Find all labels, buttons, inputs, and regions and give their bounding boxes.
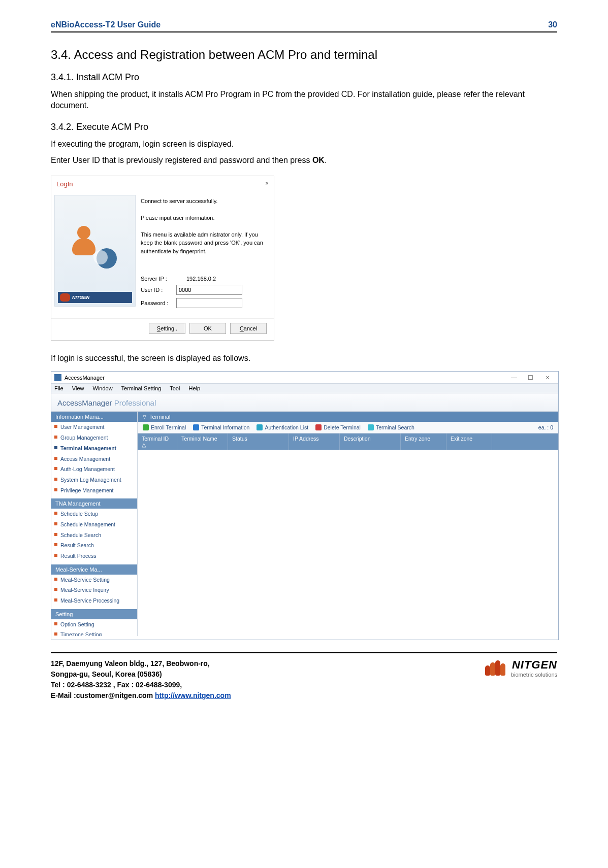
page-header: eNBioAccess-T2 User Guide 30 (51, 20, 557, 32)
fingerprint-logo-icon (485, 660, 505, 676)
enroll-terminal-button[interactable]: Enroll Terminal (143, 424, 186, 430)
sidebar-section-meal[interactable]: Meal-Service Ma... (51, 564, 137, 575)
setting-button[interactable]: Setting.. (149, 323, 185, 334)
maximize-icon[interactable]: ☐ (523, 373, 538, 382)
accessmanager-window: AccessManager — ☐ × File View Window Ter… (51, 371, 559, 640)
terminal-toolbar: Enroll Terminal Terminal Information Aut… (138, 422, 558, 433)
authentication-list-button[interactable]: Authentication List (257, 424, 308, 430)
minimize-icon[interactable]: — (506, 373, 522, 382)
col-ip-address[interactable]: IP Address (289, 433, 340, 450)
footer-address-1: 12F, Daemyung Valeon bldg., 127, Beobwon… (51, 658, 231, 669)
delete-terminal-button[interactable]: Delete Terminal (315, 424, 361, 430)
sidebar-item-privilege-management[interactable]: Privilege Management (51, 485, 137, 496)
col-terminal-id[interactable]: Terminal ID △ (138, 433, 177, 450)
plus-icon (143, 424, 149, 430)
terminal-grid-header: Terminal ID △ Terminal Name Status IP Ad… (138, 433, 558, 450)
close-icon[interactable]: × (266, 180, 269, 188)
terminal-grid-body (138, 450, 558, 636)
login-title: LogIn (56, 180, 73, 188)
login-titlebar: LogIn × (51, 176, 274, 192)
sidebar-item-access-management[interactable]: Access Management (51, 454, 137, 464)
chevron-down-icon: ▽ (143, 414, 146, 419)
login-msg-connected: Connect to server successfully. (141, 197, 266, 206)
sidebar-item-result-search[interactable]: Result Search (51, 540, 137, 551)
sidebar-item-group-management[interactable]: Group Management (51, 432, 137, 443)
search-icon (368, 424, 374, 430)
col-status[interactable]: Status (228, 433, 289, 450)
sidebar-item-option-setting[interactable]: Option Setting (51, 619, 137, 630)
after-login-text: If login is successful, the screen is di… (51, 353, 557, 364)
footer-tel-fax: Tel : 02-6488-3232 , Fax : 02-6488-3099, (51, 680, 231, 690)
footer-logo: NITGEN biometric solutions (485, 658, 557, 678)
am-sidebar: Information Mana... User Management Grou… (51, 412, 138, 636)
delete-icon (315, 424, 322, 430)
user-id-label: User ID : (141, 287, 176, 293)
password-label: Password : (141, 300, 176, 306)
col-description[interactable]: Description (340, 433, 401, 450)
sidebar-item-result-process[interactable]: Result Process (51, 551, 137, 561)
sidebar-item-systemlog-management[interactable]: System Log Management (51, 475, 137, 485)
section-3-4-1-heading: 3.4.1. Install ACM Pro (51, 72, 557, 83)
sidebar-section-tna[interactable]: TNA Management (51, 498, 137, 509)
content-panel-title: ▽ Terminal (138, 412, 558, 422)
page-number: 30 (548, 20, 557, 29)
server-ip-label: Server IP : (141, 276, 176, 282)
section-3-4-1-body: When shipping the product, it installs A… (51, 89, 557, 112)
close-icon[interactable]: × (540, 373, 555, 382)
ok-button[interactable]: OK (189, 323, 226, 334)
login-dialog: LogIn × NITGEN Connect to server success… (51, 176, 274, 341)
footer-address-2: Songpa-gu, Seoul, Korea (05836) (51, 669, 231, 680)
sidebar-item-timezone-setting[interactable]: Timezone Setting (51, 629, 137, 636)
terminal-count-label: ea. : 0 (538, 424, 553, 430)
sidebar-section-information[interactable]: Information Mana... (51, 412, 137, 422)
list-icon (257, 424, 263, 430)
menu-window[interactable]: Window (93, 385, 113, 391)
sidebar-item-meal-setting[interactable]: Meal-Service Setting (51, 575, 137, 585)
am-window-title: AccessManager (54, 374, 105, 381)
col-entry-zone[interactable]: Entry zone (401, 433, 446, 450)
am-menubar: File View Window Terminal Setting Tool H… (51, 384, 558, 393)
section-3-4-2-heading: 3.4.2. Execute ACM Pro (51, 122, 557, 132)
section-3-4-heading: 3.4. Access and Registration between ACM… (51, 48, 557, 62)
menu-file[interactable]: File (54, 385, 63, 391)
password-input[interactable] (176, 298, 242, 308)
col-terminal-name[interactable]: Terminal Name (177, 433, 228, 450)
app-icon (54, 374, 61, 381)
logo-text: NITGEN (511, 658, 557, 672)
section-3-4-2-line1: If executing the program, login screen i… (51, 139, 557, 150)
login-msg-input: Please input user information. (141, 214, 266, 222)
footer-email-url: E-Mail :customer@nitgen.com http://www.n… (51, 690, 231, 701)
fingerprint-icon (60, 293, 70, 302)
am-brand-bar: AccessManager Professional (51, 393, 558, 412)
terminal-search-button[interactable]: Terminal Search (368, 424, 414, 430)
login-brand-image: NITGEN (54, 195, 136, 307)
sidebar-item-schedule-search[interactable]: Schedule Search (51, 530, 137, 541)
sidebar-item-authlog-management[interactable]: Auth-Log Management (51, 464, 137, 475)
sidebar-item-terminal-management[interactable]: Terminal Management (51, 443, 137, 454)
sidebar-item-schedule-setup[interactable]: Schedule Setup (51, 509, 137, 519)
sidebar-item-meal-inquiry[interactable]: Meal-Service Inquiry (51, 585, 137, 595)
login-msg-admin-note: This menu is available administrator onl… (141, 230, 266, 256)
cancel-button[interactable]: Cancel (230, 323, 267, 334)
sidebar-section-setting[interactable]: Setting (51, 609, 137, 619)
server-ip-value: 192.168.0.2 (186, 276, 216, 282)
menu-help[interactable]: Help (188, 385, 200, 391)
menu-view[interactable]: View (72, 385, 84, 391)
menu-tool[interactable]: Tool (170, 385, 180, 391)
logo-subtext: biometric solutions (511, 672, 557, 678)
footer-url-link[interactable]: http://www.nitgen.com (155, 691, 231, 699)
sidebar-item-user-management[interactable]: User Management (51, 422, 137, 432)
terminal-information-button[interactable]: Terminal Information (193, 424, 249, 430)
col-exit-zone[interactable]: Exit zone (446, 433, 492, 450)
page-footer: 12F, Daemyung Valeon bldg., 127, Beobwon… (51, 652, 557, 701)
sidebar-item-schedule-management[interactable]: Schedule Management (51, 519, 137, 530)
header-title: eNBioAccess-T2 User Guide (51, 20, 161, 29)
menu-terminal-setting[interactable]: Terminal Setting (121, 385, 162, 391)
sidebar-item-meal-processing[interactable]: Meal-Service Processing (51, 595, 137, 606)
user-id-input[interactable] (176, 285, 242, 295)
section-3-4-2-line2: Enter User ID that is previously registe… (51, 155, 557, 166)
info-icon (193, 424, 199, 430)
